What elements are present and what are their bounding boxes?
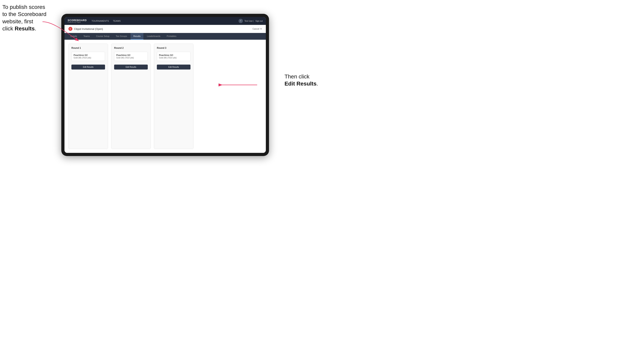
- round-2-course-info: Gold (M) (7010 yds): [116, 57, 146, 59]
- round-2-card: Round 2 Peachtree GC Gold (M) (7010 yds)…: [111, 44, 151, 149]
- tablet-screen: SCOREBOARD Powered by clippd TOURNAMENTS…: [64, 17, 266, 153]
- cancel-button[interactable]: Cancel ✕: [252, 28, 262, 30]
- instruction-right: Then click Edit Results.: [284, 73, 318, 140]
- tab-details[interactable]: Details: [68, 33, 80, 40]
- round-3-course-name: Peachtree GC: [159, 54, 188, 56]
- round-1-course-card: Peachtree GC Gold (M) (7010 yds): [72, 52, 105, 61]
- edit-results-btn-3[interactable]: Edit Results: [157, 65, 190, 69]
- nav-right: T Test User | Sign out: [238, 19, 263, 23]
- nav-tournaments[interactable]: TOURNAMENTS: [92, 19, 109, 23]
- round-1-course-name: Peachtree GC: [74, 54, 103, 56]
- round-3-title: Round 3: [157, 47, 190, 49]
- c-logo: C: [68, 27, 72, 31]
- round-2-title: Round 2: [114, 47, 148, 49]
- user-avatar: T: [238, 19, 243, 23]
- nav-teams[interactable]: TEAMS: [113, 19, 121, 23]
- tab-teams[interactable]: Teams: [81, 33, 92, 40]
- tab-course-setup[interactable]: Course Setup: [93, 33, 112, 40]
- tab-bar: Details Teams Course Setup Tee Groups Re…: [64, 33, 266, 40]
- logo-text: SCOREBOARD: [68, 19, 87, 21]
- nav-links: TOURNAMENTS TEAMS: [92, 19, 238, 23]
- logo-area: SCOREBOARD Powered by clippd: [68, 19, 87, 23]
- logo-box: SCOREBOARD Powered by clippd: [68, 19, 87, 23]
- tab-tee-groups[interactable]: Tee Groups: [113, 33, 130, 40]
- round-2-course-name: Peachtree GC: [116, 54, 146, 56]
- instruction-left: To publish scores to the Scoreboard webs…: [2, 3, 46, 32]
- tournament-header: C Clippd Invitational (Open) Cancel ✕: [64, 25, 266, 33]
- tab-leaderboards[interactable]: Leaderboards: [144, 33, 163, 40]
- content-area: C Clippd Invitational (Open) Cancel ✕ De…: [64, 25, 266, 153]
- logo-sub: Powered by clippd: [68, 21, 81, 23]
- round-3-course-info: Gold (M) (7010 yds): [159, 57, 188, 59]
- round-2-course-card: Peachtree GC Gold (M) (7010 yds): [114, 52, 148, 61]
- tablet-frame: SCOREBOARD Powered by clippd TOURNAMENTS…: [61, 14, 269, 156]
- edit-results-btn-1[interactable]: Edit Results: [72, 65, 105, 69]
- round-1-title: Round 1: [72, 47, 105, 49]
- close-icon: ✕: [260, 28, 262, 30]
- round-3-card: Round 3 Peachtree GC Gold (M) (7010 yds)…: [154, 44, 194, 149]
- results-content: Round 1 Peachtree GC Gold (M) (7010 yds)…: [64, 40, 266, 153]
- sign-out-link[interactable]: Sign out: [255, 20, 263, 22]
- round-1-course-info: Gold (M) (7010 yds): [74, 57, 103, 59]
- user-label: Test User |: [244, 20, 254, 22]
- tab-results[interactable]: Results: [130, 33, 144, 40]
- tournament-name: Clippd Invitational (Open): [74, 27, 103, 30]
- edit-results-btn-2[interactable]: Edit Results: [114, 65, 148, 69]
- round-3-course-card: Peachtree GC Gold (M) (7010 yds): [157, 52, 190, 61]
- top-nav: SCOREBOARD Powered by clippd TOURNAMENTS…: [64, 17, 266, 25]
- tab-printables[interactable]: Printables: [164, 33, 179, 40]
- tournament-title: C Clippd Invitational (Open): [68, 27, 103, 31]
- round-1-card: Round 1 Peachtree GC Gold (M) (7010 yds)…: [68, 44, 108, 149]
